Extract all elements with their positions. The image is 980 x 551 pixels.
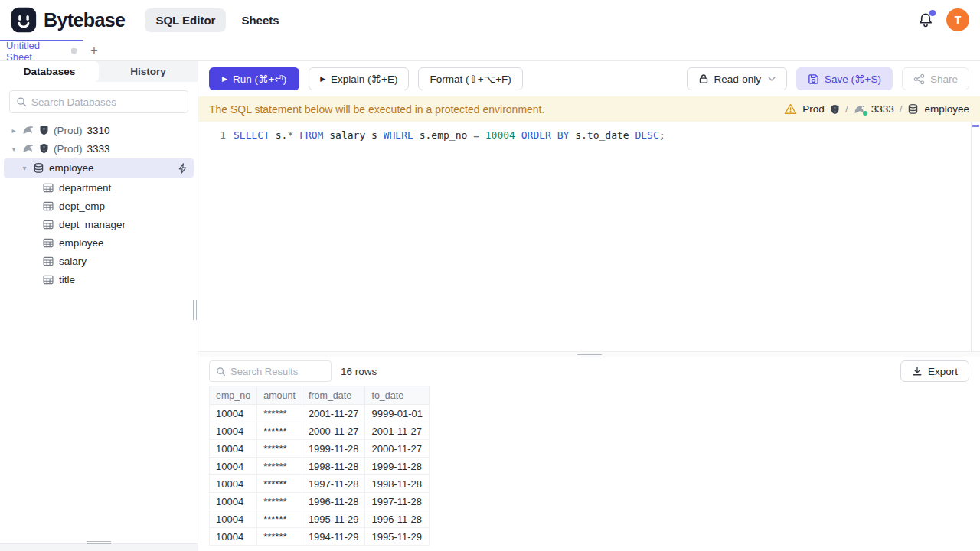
sql-editor[interactable]: 1 SELECT s.* FROM salary s WHERE s.emp_n… xyxy=(198,122,980,351)
notification-bell-icon[interactable] xyxy=(917,11,934,28)
table-cell: 1995-11-29 xyxy=(365,528,430,546)
column-header[interactable]: amount xyxy=(257,386,302,405)
table-tree-item[interactable]: department xyxy=(0,178,198,197)
chevron-right-icon[interactable]: ▸ xyxy=(10,126,18,135)
readonly-mode-button[interactable]: Read-only xyxy=(687,67,788,90)
database-label[interactable]: employee xyxy=(924,103,969,115)
explain-label: Explain (⌘+E) xyxy=(331,73,397,85)
tab-dirty-indicator[interactable] xyxy=(71,48,77,54)
table-name: department xyxy=(59,182,111,194)
sidebar-tabs: Databases History xyxy=(0,61,198,82)
table-name: title xyxy=(59,274,75,285)
instance-label[interactable]: 3333 xyxy=(871,103,894,115)
table-row[interactable]: 10004******1996-11-281997-11-28 xyxy=(210,493,430,510)
results-splitter[interactable] xyxy=(198,351,980,357)
table-row[interactable]: 10004******2000-11-272001-11-27 xyxy=(210,422,430,440)
editor-minimap[interactable] xyxy=(971,122,980,351)
run-button[interactable]: ▶ Run (⌘+⏎) xyxy=(209,67,299,90)
results-table-header: emp_noamountfrom_dateto_date xyxy=(210,386,430,405)
nav-sheets[interactable]: Sheets xyxy=(230,8,289,32)
table-name: dept_manager xyxy=(59,219,126,230)
database-search[interactable] xyxy=(9,90,188,113)
explain-button[interactable]: ▶ Explain (⌘+E) xyxy=(309,67,409,90)
database-row-employee[interactable]: ▾ employee xyxy=(4,158,194,178)
export-button[interactable]: Export xyxy=(900,360,969,382)
tab-databases[interactable]: Databases xyxy=(0,61,99,82)
sql-token xyxy=(479,129,485,141)
table-cell: 10004 xyxy=(210,493,257,510)
sidebar-resize-handle[interactable] xyxy=(193,300,197,320)
shield-icon xyxy=(39,143,49,154)
table-row[interactable]: 10004******1997-11-281998-11-28 xyxy=(210,475,430,493)
table-tree-item[interactable]: dept_manager xyxy=(0,215,198,233)
table-cell: 10004 xyxy=(210,528,257,546)
database-icon xyxy=(907,103,919,115)
table-row[interactable]: 10004******1999-11-282000-11-27 xyxy=(210,440,430,458)
table-cell: 2000-11-27 xyxy=(302,422,365,440)
sql-token: s.to_date xyxy=(569,129,635,141)
minimap-code-mark xyxy=(972,125,979,127)
environment-label[interactable]: Prod xyxy=(802,103,825,115)
editor-toolbar: ▶ Run (⌘+⏎) ▶ Explain (⌘+E) Format (⇧+⌥+… xyxy=(198,61,980,96)
code-line: 1 SELECT s.* FROM salary s WHERE s.emp_n… xyxy=(198,122,980,142)
search-icon xyxy=(16,96,27,107)
avatar[interactable]: T xyxy=(946,8,969,31)
database-icon xyxy=(33,162,44,174)
table-cell: 1996-11-28 xyxy=(302,493,365,510)
results-search-input[interactable] xyxy=(230,366,325,377)
table-cell: ****** xyxy=(257,510,302,528)
table-cell: 1996-11-28 xyxy=(365,510,430,528)
table-row[interactable]: 10004******1998-11-281999-11-28 xyxy=(210,458,430,475)
table-icon xyxy=(43,201,54,211)
instance-row-3333[interactable]: ▾ (Prod) 3333 xyxy=(0,139,198,158)
table-cell: 1998-11-28 xyxy=(365,475,430,493)
mysql-icon xyxy=(22,143,34,154)
save-icon xyxy=(808,73,819,85)
share-button[interactable]: Share xyxy=(902,67,969,90)
database-search-input[interactable] xyxy=(31,96,181,108)
chevron-down-icon[interactable]: ▾ xyxy=(10,145,18,153)
sql-token: DESC xyxy=(635,129,658,141)
format-button[interactable]: Format (⇧+⌥+F) xyxy=(418,67,522,90)
mysql-icon xyxy=(854,104,866,115)
sql-token: salary s xyxy=(323,129,383,141)
sql-token: ; xyxy=(659,129,665,141)
table-tree-item[interactable]: title xyxy=(0,270,198,289)
table-row[interactable]: 10004******2001-11-279999-01-01 xyxy=(210,405,430,422)
play-icon: ▶ xyxy=(222,75,227,83)
add-sheet-button[interactable]: + xyxy=(83,40,106,60)
table-tree-item[interactable]: salary xyxy=(0,252,198,270)
sql-token: s.emp_no xyxy=(413,129,473,141)
sidebar-bottom-resize-handle[interactable] xyxy=(87,540,111,546)
table-cell: ****** xyxy=(257,422,302,440)
table-cell: 9999-01-01 xyxy=(365,405,430,422)
tab-untitled-sheet[interactable]: Untitled Sheet xyxy=(0,40,83,60)
quick-action-bolt-icon[interactable] xyxy=(178,163,188,174)
save-button[interactable]: Save (⌘+S) xyxy=(796,67,893,90)
share-label: Share xyxy=(930,73,958,85)
column-header[interactable]: to_date xyxy=(365,386,430,405)
results-search[interactable] xyxy=(209,360,332,382)
line-number: 1 xyxy=(198,128,226,142)
table-cell: 1997-11-28 xyxy=(365,493,430,510)
table-cell: 10004 xyxy=(210,475,257,493)
table-cell: 1998-11-28 xyxy=(302,458,365,475)
table-tree-item[interactable]: dept_emp xyxy=(0,197,198,215)
results-panel: 16 rows Export emp_noamountfrom_dateto_d… xyxy=(198,357,980,551)
table-cell: 2000-11-27 xyxy=(365,440,430,458)
table-cell: 10004 xyxy=(210,405,257,422)
table-row[interactable]: 10004******1995-11-291996-11-28 xyxy=(210,510,430,528)
column-header[interactable]: from_date xyxy=(302,386,365,405)
table-cell: 1997-11-28 xyxy=(302,475,365,493)
table-tree-item[interactable]: employee xyxy=(0,233,198,252)
table-row[interactable]: 10004******1994-11-291995-11-29 xyxy=(210,528,430,546)
instance-row-3310[interactable]: ▸ (Prod) 3310 xyxy=(0,121,198,139)
table-cell: 10004 xyxy=(210,458,257,475)
chevron-down-icon[interactable]: ▾ xyxy=(21,164,28,172)
table-cell: ****** xyxy=(257,493,302,510)
nav-sql-editor[interactable]: SQL Editor xyxy=(145,8,226,32)
tab-history[interactable]: History xyxy=(99,61,198,82)
column-header[interactable]: emp_no xyxy=(210,386,257,405)
splitter-handle[interactable] xyxy=(577,353,602,359)
shield-icon xyxy=(830,104,840,115)
